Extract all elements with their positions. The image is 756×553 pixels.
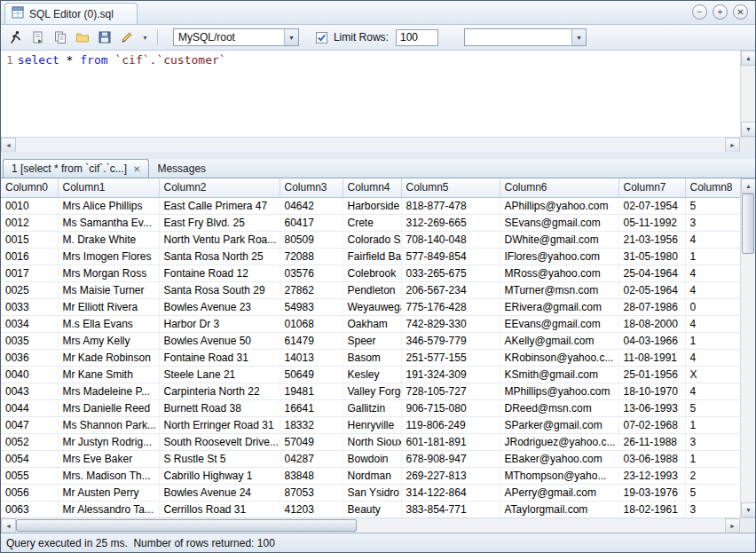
- scroll-down-icon[interactable]: ▼: [741, 502, 755, 517]
- table-cell[interactable]: 18-08-2000: [618, 315, 685, 332]
- table-cell[interactable]: 57049: [280, 433, 343, 450]
- execute-sql-icon[interactable]: [6, 28, 26, 47]
- table-cell[interactable]: Gallitzin: [343, 399, 401, 416]
- table-cell[interactable]: Kesley: [343, 366, 401, 383]
- table-cell[interactable]: Colebrook: [343, 265, 401, 281]
- table-cell[interactable]: S Rustle St 5: [159, 450, 280, 467]
- table-cell[interactable]: Mr Elliott Rivera: [58, 298, 159, 315]
- table-cell[interactable]: 07-02-1968: [618, 416, 685, 433]
- table-cell[interactable]: South Roosevelt Drive...: [159, 433, 280, 450]
- tab-result-1[interactable]: 1 [select * from `cif`.`c...] ✕: [3, 159, 149, 178]
- table-cell[interactable]: Mr Austen Perry: [58, 484, 159, 501]
- table-cell[interactable]: 04287: [280, 450, 343, 467]
- table-cell[interactable]: MThompson@yaho...: [500, 467, 618, 484]
- table-cell[interactable]: 818-877-478: [401, 197, 500, 214]
- table-cell[interactable]: SEvans@gmail.com: [500, 214, 618, 231]
- table-cell[interactable]: 80509: [280, 231, 343, 248]
- table-cell[interactable]: 83848: [280, 467, 343, 484]
- table-cell[interactable]: MPhillips@yahoo.com: [500, 383, 618, 399]
- table-cell[interactable]: Mr Alessandro Ta...: [58, 501, 159, 517]
- table-cell[interactable]: 0052: [1, 433, 58, 450]
- table-cell[interactable]: MRoss@yahoo.com: [500, 265, 618, 281]
- table-cell[interactable]: 312-269-665: [401, 214, 500, 231]
- table-cell[interactable]: 3: [685, 501, 740, 517]
- table-row[interactable]: 0034M.s Ella EvansHarbor Dr 301068Oakham…: [1, 315, 740, 332]
- scroll-right-icon[interactable]: ►: [725, 138, 740, 153]
- toolbar-dropdown-icon[interactable]: ▼: [139, 35, 151, 41]
- table-cell[interactable]: 678-908-947: [401, 450, 500, 467]
- table-row[interactable]: 0040Mr Kane SmithSteele Lane 2150649Kesl…: [1, 366, 740, 383]
- scroll-up-icon[interactable]: ▲: [741, 178, 755, 194]
- column-header[interactable]: Column4: [343, 178, 401, 197]
- table-cell[interactable]: Mrs Amy Kelly: [58, 332, 159, 349]
- table-cell[interactable]: 0033: [1, 298, 58, 315]
- table-row[interactable]: 0043Mrs Madeleine P...Carpinteria North …: [1, 383, 740, 399]
- table-cell[interactable]: 0044: [1, 399, 58, 416]
- table-cell[interactable]: 0047: [1, 416, 58, 433]
- table-cell[interactable]: 0015: [1, 231, 58, 248]
- table-cell[interactable]: 0: [685, 298, 740, 315]
- table-cell[interactable]: Crete: [343, 214, 401, 231]
- table-cell[interactable]: 1: [685, 332, 740, 349]
- table-cell[interactable]: 0040: [1, 366, 58, 383]
- table-cell[interactable]: 0016: [1, 248, 58, 265]
- table-cell[interactable]: Colorado Spri...: [343, 231, 401, 248]
- table-cell[interactable]: 0017: [1, 265, 58, 281]
- table-cell[interactable]: Carpinteria North 22: [159, 383, 280, 399]
- table-row[interactable]: 0056Mr Austen PerryBowles Avenue 2487053…: [1, 484, 740, 501]
- table-cell[interactable]: 601-181-891: [401, 433, 500, 450]
- column-header[interactable]: Column6: [500, 178, 618, 197]
- edit-icon[interactable]: [117, 28, 137, 47]
- minimize-icon[interactable]: −: [692, 4, 707, 20]
- table-row[interactable]: 0017Mrs Morgan RossFontaine Road 1203576…: [1, 265, 740, 281]
- table-cell[interactable]: 19481: [280, 383, 343, 399]
- table-cell[interactable]: 775-176-428: [401, 298, 500, 315]
- table-cell[interactable]: 0025: [1, 281, 58, 298]
- table-row[interactable]: 0033Mr Elliott RiveraBowles Avenue 23549…: [1, 298, 740, 315]
- table-cell[interactable]: 0043: [1, 383, 58, 399]
- table-cell[interactable]: 1: [685, 416, 740, 433]
- limit-rows-checkbox[interactable]: [316, 32, 327, 43]
- close-tab-icon[interactable]: ✕: [133, 164, 140, 174]
- table-cell[interactable]: Oakham: [343, 315, 401, 332]
- table-cell[interactable]: Henryville: [343, 416, 401, 433]
- table-cell[interactable]: 708-140-048: [401, 231, 500, 248]
- maximize-icon[interactable]: +: [713, 4, 728, 20]
- table-cell[interactable]: 346-579-779: [401, 332, 500, 349]
- table-cell[interactable]: Basom: [343, 349, 401, 366]
- table-cell[interactable]: 03-06-1988: [618, 450, 685, 467]
- table-cell[interactable]: 21-03-1956: [618, 231, 685, 248]
- table-row[interactable]: 0015M. Drake WhiteNorth Ventu Park Roa..…: [1, 231, 740, 248]
- table-cell[interactable]: SParker@gmail.com: [500, 416, 618, 433]
- table-cell[interactable]: 3: [685, 214, 740, 231]
- table-cell[interactable]: 54983: [280, 298, 343, 315]
- table-cell[interactable]: KSmith@gmail.com: [500, 366, 618, 383]
- table-row[interactable]: 0016Mrs Imogen FloresSanta Rosa North 25…: [1, 248, 740, 265]
- column-header[interactable]: Column1: [58, 178, 159, 197]
- table-cell[interactable]: 41203: [280, 501, 343, 517]
- table-cell[interactable]: 191-324-309: [401, 366, 500, 383]
- table-row[interactable]: 0010Mrs Alice PhillipsEast Calle Primera…: [1, 197, 740, 214]
- table-cell[interactable]: Mrs Danielle Reed: [58, 399, 159, 416]
- table-cell[interactable]: 2: [685, 467, 740, 484]
- results-hscroll-track[interactable]: [16, 518, 725, 533]
- table-cell[interactable]: 0012: [1, 214, 58, 231]
- table-cell[interactable]: 0036: [1, 349, 58, 366]
- table-cell[interactable]: 5: [685, 484, 740, 501]
- table-cell[interactable]: Mrs Eve Baker: [58, 450, 159, 467]
- table-cell[interactable]: 11-08-1991: [618, 349, 685, 366]
- table-cell[interactable]: 577-849-854: [401, 248, 500, 265]
- table-cell[interactable]: Mr Kane Smith: [58, 366, 159, 383]
- table-cell[interactable]: Bowles Avenue 24: [159, 484, 280, 501]
- table-cell[interactable]: Weyauwega: [343, 298, 401, 315]
- table-cell[interactable]: 13-06-1993: [618, 399, 685, 416]
- table-cell[interactable]: 251-577-155: [401, 349, 500, 366]
- table-cell[interactable]: East Calle Primera 47: [159, 197, 280, 214]
- table-cell[interactable]: EEvans@gmail.com: [500, 315, 618, 332]
- table-cell[interactable]: Burnett Road 38: [159, 399, 280, 416]
- table-cell[interactable]: Harborside: [343, 197, 401, 214]
- limit-rows-input[interactable]: [396, 29, 438, 46]
- save-icon[interactable]: [95, 28, 114, 47]
- table-cell[interactable]: Bowles Avenue 50: [159, 332, 280, 349]
- open-folder-icon[interactable]: [73, 28, 92, 47]
